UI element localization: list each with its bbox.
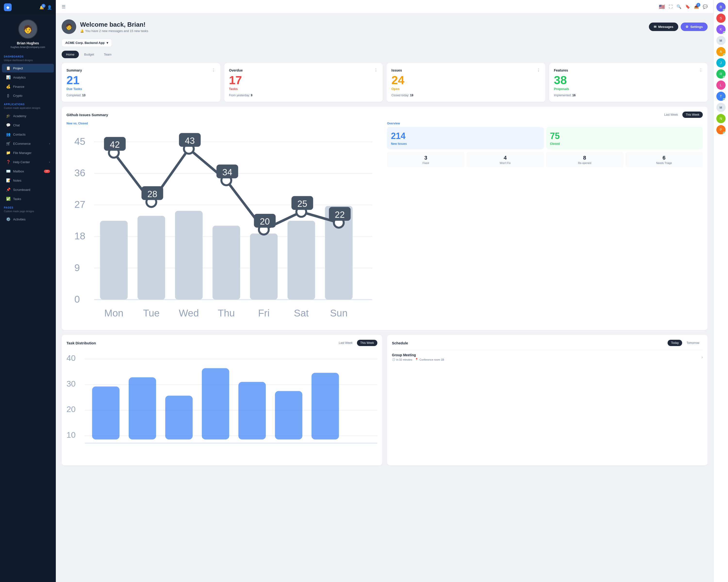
stat-number: 17: [229, 75, 378, 86]
svg-rect-36: [165, 396, 193, 440]
notifications-button[interactable]: 🔔 3: [39, 5, 44, 10]
clock-icon: 🕐: [392, 358, 395, 361]
user-icon[interactable]: 👤: [47, 5, 52, 10]
svg-text:27: 27: [75, 199, 85, 210]
dashboards-section-sub: Unique dashboard designs: [0, 59, 56, 63]
inbox-badge: 5: [697, 3, 700, 7]
sidebar-item-helpcenter[interactable]: ❓ Help Center ›: [2, 158, 54, 166]
stat-menu[interactable]: ⋮: [537, 68, 540, 73]
sidebar-item-crypto[interactable]: ₿ Crypto: [2, 91, 54, 100]
new-issues-number: 214: [391, 131, 540, 141]
stat-menu[interactable]: ⋮: [374, 68, 378, 73]
rail-avatar-8[interactable]: L: [717, 81, 726, 90]
tomorrow-button[interactable]: Tomorrow: [683, 340, 703, 346]
sidebar-item-tasks[interactable]: ✅ Tasks: [2, 194, 54, 203]
sidebar-item-finance[interactable]: 💰 Finance: [2, 82, 54, 91]
sidebar-item-contacts[interactable]: 👥 Contacts: [2, 130, 54, 139]
tab-home[interactable]: Home: [62, 51, 79, 58]
task-distribution-card: Task Distribution Last Week This Week 40…: [62, 335, 382, 465]
sidebar-item-notes[interactable]: 📝 Notes: [2, 176, 54, 185]
sidebar-item-label: File Manager: [13, 151, 31, 155]
sidebar-item-analytics[interactable]: 📊 Analytics: [2, 73, 54, 82]
svg-text:Sat: Sat: [294, 307, 309, 318]
wont-fix-number: 4: [468, 155, 542, 161]
settings-button[interactable]: ⚙ Settings: [681, 23, 708, 31]
sidebar-item-activities[interactable]: ⚙️ Activities: [2, 215, 54, 224]
rail-avatar-2[interactable]: S: [717, 13, 726, 23]
task-last-week-button[interactable]: Last Week: [335, 340, 356, 346]
dashboards-section-label: DASHBOARDS: [0, 52, 56, 59]
rail-avatar-4[interactable]: M: [717, 36, 726, 45]
closed-issues-label: Closed: [550, 142, 699, 145]
rail-avatar-10[interactable]: M: [717, 103, 726, 112]
bar-thu: [213, 226, 240, 300]
stat-menu[interactable]: ⋮: [699, 68, 703, 73]
welcome-subtitle: 🔔 You have 2 new messages and 15 new tas…: [80, 29, 148, 33]
task-this-week-button[interactable]: This Week: [357, 340, 378, 346]
finance-icon: 💰: [6, 84, 11, 89]
stat-label: Open: [391, 87, 540, 91]
needs-triage-card: 6 Needs Triage: [625, 152, 703, 167]
needs-triage-label: Needs Triage: [627, 162, 701, 164]
rail-avatar-5[interactable]: A: [717, 47, 726, 56]
fullscreen-button[interactable]: ⛶: [669, 5, 673, 9]
rail-avatar-7[interactable]: R: [717, 70, 726, 79]
svg-text:Fri: Fri: [258, 307, 269, 318]
svg-text:28: 28: [147, 189, 157, 199]
rail-avatar-9[interactable]: T: [717, 92, 726, 101]
stat-number: 21: [67, 75, 215, 86]
contacts-icon: 👥: [6, 132, 11, 137]
reopened-number: 8: [548, 155, 622, 161]
inbox-button[interactable]: 📥 5: [694, 4, 699, 9]
avatar-rail: B S K M A J R L T M N P: [713, 0, 728, 582]
notes-icon: 📝: [6, 178, 11, 183]
stat-number: 24: [391, 75, 540, 86]
bookmark-button[interactable]: 🔖: [685, 4, 690, 9]
svg-text:20: 20: [67, 405, 76, 414]
sidebar-item-label: ECommerce: [13, 142, 31, 145]
academy-icon: 🎓: [6, 114, 11, 118]
welcome-text: Welcome back, Brian! 🔔 You have 2 new me…: [80, 21, 148, 33]
this-week-button[interactable]: This Week: [682, 112, 703, 118]
svg-text:45: 45: [75, 136, 85, 147]
sidebar-item-academy[interactable]: 🎓 Academy: [2, 112, 54, 120]
chart-subtitle: New vs. Closed: [67, 122, 382, 125]
chevron-down-icon: ▾: [106, 41, 108, 45]
sidebar-item-label: Crypto: [13, 94, 22, 98]
rail-avatar-3[interactable]: K: [717, 25, 726, 34]
task-dist-header: Task Distribution Last Week This Week: [67, 340, 378, 346]
schedule-item-left: Group Meeting 🕐 in 32 minutes 📍 Conferen…: [392, 353, 444, 361]
app-logo[interactable]: ◆: [4, 3, 11, 11]
today-button[interactable]: Today: [668, 340, 682, 346]
sidebar-item-filemanager[interactable]: 📁 File Manager: [2, 148, 54, 157]
sidebar-item-label: Analytics: [13, 76, 26, 79]
app-selector[interactable]: ACME Corp. Backend App ▾: [62, 39, 112, 47]
profile-area: 🧑 Brian Hughes hughes.brian@company.com: [0, 15, 56, 52]
sidebar-item-chat[interactable]: 💬 Chat: [2, 121, 54, 130]
last-week-button[interactable]: Last Week: [661, 112, 681, 118]
rail-avatar-6[interactable]: J: [717, 58, 726, 67]
rail-avatar-11[interactable]: N: [717, 114, 726, 123]
schedule-item-arrow[interactable]: ›: [702, 355, 703, 359]
language-flag[interactable]: 🇺🇸: [659, 4, 665, 10]
sidebar-item-mailbox[interactable]: ✉️ Mailbox 27: [2, 167, 54, 175]
sidebar-item-ecommerce[interactable]: 🛒 ECommerce ›: [2, 139, 54, 148]
messages-button[interactable]: ✉ Messages: [649, 23, 678, 31]
reopened-card: 8 Re-opened: [546, 152, 623, 167]
rail-avatar-1[interactable]: B: [717, 2, 726, 11]
sidebar-item-project[interactable]: 📋 Project: [2, 64, 54, 73]
svg-text:40: 40: [67, 353, 76, 363]
github-card-header: Github Issues Summary Last Week This Wee…: [67, 112, 703, 118]
stat-menu[interactable]: ⋮: [212, 68, 215, 73]
svg-text:25: 25: [297, 199, 307, 209]
svg-text:Thu: Thu: [218, 307, 235, 318]
stat-label: Due Tasks: [67, 87, 215, 91]
search-button[interactable]: 🔍: [677, 4, 681, 9]
tab-team[interactable]: Team: [100, 51, 116, 58]
chat-button[interactable]: 💬: [703, 4, 708, 9]
sidebar-item-scrumboard[interactable]: 📌 Scrumboard: [2, 185, 54, 194]
tab-budget[interactable]: Budget: [80, 51, 99, 58]
helpcenter-arrow: ›: [49, 161, 50, 163]
hamburger-menu[interactable]: ☰: [62, 4, 66, 9]
rail-avatar-12[interactable]: P: [717, 125, 726, 134]
